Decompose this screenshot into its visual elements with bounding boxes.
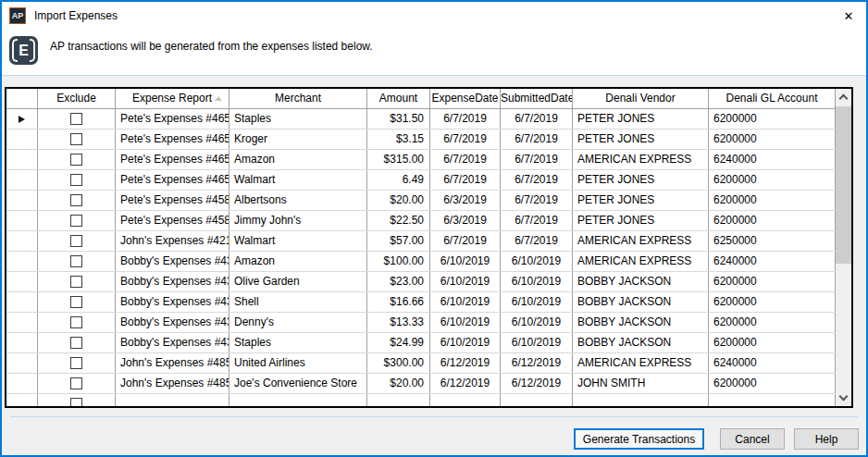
grid-row[interactable]: Pete's Expenses #46554521 Staples $31.50… xyxy=(6,109,836,130)
grid-row[interactable]: Bobby's Expenses #43945741 Denny's $13.3… xyxy=(6,313,836,333)
info-header: E AP transactions will be generated from… xyxy=(2,30,866,76)
expense-report-cell: John's Expenses #48547426 xyxy=(116,374,229,393)
exclude-checkbox[interactable] xyxy=(70,357,82,369)
row-selector-cell[interactable] xyxy=(6,252,38,271)
grid-row[interactable]: John's Expenses #48547426 United Airline… xyxy=(6,353,836,374)
vendor-cell: BOBBY JACKSON xyxy=(573,333,709,352)
grid-header-row: Exclude Expense Report Merchant Amount E… xyxy=(6,89,836,109)
column-header-denali-vendor[interactable]: Denali Vendor xyxy=(573,89,709,108)
grid-row[interactable]: John's Expenses #48547426 Joe's Convenie… xyxy=(6,374,836,394)
grid-row[interactable]: Bobby's Expenses #43945741 Shell $16.66 … xyxy=(6,292,836,313)
row-selector-cell[interactable] xyxy=(6,191,38,210)
column-header-expense-report[interactable]: Expense Report xyxy=(116,89,229,108)
submitted-date-cell: 6/10/2019 xyxy=(501,272,573,291)
vendor-cell: AMERICAN EXPRESS xyxy=(573,150,709,169)
vertical-scrollbar[interactable] xyxy=(836,89,851,406)
row-selector-cell[interactable] xyxy=(6,272,38,291)
exclude-cell xyxy=(38,170,116,190)
row-selector-cell[interactable] xyxy=(6,211,38,230)
grid-row[interactable]: Bobby's Expenses #43945741 Olive Garden … xyxy=(6,272,836,292)
sort-ascending-icon xyxy=(215,96,222,101)
merchant-cell: United Airlines xyxy=(229,353,367,373)
exclude-cell xyxy=(38,191,116,210)
expense-date-cell: 6/12/2019 xyxy=(430,374,501,393)
exclude-checkbox[interactable] xyxy=(70,235,82,247)
exclude-checkbox[interactable] xyxy=(70,255,82,267)
row-selector-cell[interactable] xyxy=(6,130,38,149)
gl-account-cell: 6200000 xyxy=(709,109,836,129)
cancel-button[interactable]: Cancel xyxy=(720,428,785,450)
row-selector-cell[interactable] xyxy=(6,374,38,393)
expense-report-cell: Pete's Expenses #46554521 xyxy=(116,150,229,169)
gl-account-cell: 6200000 xyxy=(709,130,836,149)
merchant-cell: Staples xyxy=(229,109,367,129)
expense-date-cell: 6/7/2019 xyxy=(430,231,501,251)
row-selector-cell[interactable] xyxy=(6,109,38,129)
close-button[interactable]: ✕ xyxy=(831,2,866,30)
grid-row[interactable]: Pete's Expenses #45874414 Albertsons $20… xyxy=(6,191,836,211)
row-selector-cell[interactable] xyxy=(6,394,38,406)
expense-report-cell: Pete's Expenses #46554521 xyxy=(116,130,229,149)
row-selector-cell[interactable] xyxy=(6,150,38,169)
exclude-cell xyxy=(38,272,116,291)
expense-date-cell: 6/3/2019 xyxy=(430,191,501,210)
exclude-cell xyxy=(38,353,116,373)
gl-account-cell: 6200000 xyxy=(709,292,836,312)
column-header-exclude[interactable]: Exclude xyxy=(38,89,116,108)
vendor-cell: BOBBY JACKSON xyxy=(573,313,709,332)
exclude-checkbox[interactable] xyxy=(70,174,82,186)
expense-report-cell: Bobby's Expenses #43945741 xyxy=(116,313,229,332)
row-selector-cell[interactable] xyxy=(6,353,38,373)
exclude-checkbox[interactable] xyxy=(70,113,82,125)
chevron-down-icon xyxy=(839,392,849,401)
exclude-checkbox[interactable] xyxy=(70,215,82,227)
amount-cell: $100.00 xyxy=(367,252,430,271)
exclude-checkbox[interactable] xyxy=(70,316,82,328)
exclude-checkbox[interactable] xyxy=(70,377,82,389)
amount-cell: $16.66 xyxy=(367,292,430,312)
expense-date-cell: 6/10/2019 xyxy=(430,313,501,332)
vendor-cell: PETER JONES xyxy=(573,130,709,149)
grid-body: Pete's Expenses #46554521 Staples $31.50… xyxy=(6,109,836,394)
row-selector-cell[interactable] xyxy=(6,292,38,312)
column-header-expense-date[interactable]: ExpenseDate xyxy=(430,89,501,108)
generate-transactions-button[interactable]: Generate Transactions xyxy=(574,428,704,450)
help-button[interactable]: Help xyxy=(794,428,859,450)
vendor-cell xyxy=(573,394,709,406)
exclude-checkbox[interactable] xyxy=(70,296,82,308)
column-header-denali-gl-account[interactable]: Denali GL Account xyxy=(709,89,836,108)
row-selector-cell[interactable] xyxy=(6,170,38,190)
vendor-cell: AMERICAN EXPRESS xyxy=(573,252,709,271)
column-header-amount[interactable]: Amount xyxy=(367,89,430,108)
grid-cells: Exclude Expense Report Merchant Amount E… xyxy=(6,89,836,406)
exclude-checkbox[interactable] xyxy=(70,276,82,288)
merchant-cell: Albertsons xyxy=(229,191,367,210)
exclude-checkbox[interactable] xyxy=(70,154,82,166)
gl-account-cell: 6200000 xyxy=(709,211,836,230)
row-selector-cell[interactable] xyxy=(6,313,38,332)
grid-row[interactable]: Pete's Expenses #45874414 Jimmy John's $… xyxy=(6,211,836,231)
exclude-checkbox[interactable] xyxy=(70,194,82,206)
merchant-cell: Kroger xyxy=(229,130,367,149)
exclude-checkbox[interactable] xyxy=(70,133,82,145)
row-selector-cell[interactable] xyxy=(6,333,38,352)
grid-row-partial[interactable] xyxy=(6,394,836,406)
row-selector-cell[interactable] xyxy=(6,231,38,251)
grid-row[interactable]: Pete's Expenses #46554521 Kroger $3.15 6… xyxy=(6,130,836,150)
grid-row[interactable]: Bobby's Expenses #43945741 Staples $24.9… xyxy=(6,333,836,353)
vendor-cell: PETER JONES xyxy=(573,109,709,129)
exclude-checkbox[interactable] xyxy=(70,398,82,406)
grid-row[interactable]: Pete's Expenses #46554521 Amazon $315.00… xyxy=(6,150,836,170)
scroll-up-button[interactable] xyxy=(836,89,851,105)
scrollbar-thumb[interactable] xyxy=(836,106,851,264)
exclude-cell xyxy=(38,374,116,393)
column-header-submitted-date[interactable]: SubmittedDate xyxy=(501,89,573,108)
submitted-date-cell: 6/7/2019 xyxy=(501,109,573,129)
grid-row[interactable]: Pete's Expenses #46554521 Walmart 6.49 6… xyxy=(6,170,836,191)
expense-report-cell: Bobby's Expenses #43945741 xyxy=(116,333,229,352)
column-header-merchant[interactable]: Merchant xyxy=(229,89,367,108)
exclude-checkbox[interactable] xyxy=(70,337,82,349)
grid-row[interactable]: John's Expenses #42113716 Walmart $57.00… xyxy=(6,231,836,252)
grid-row[interactable]: Bobby's Expenses #43945741 Amazon $100.0… xyxy=(6,252,836,272)
scroll-down-button[interactable] xyxy=(836,390,851,406)
